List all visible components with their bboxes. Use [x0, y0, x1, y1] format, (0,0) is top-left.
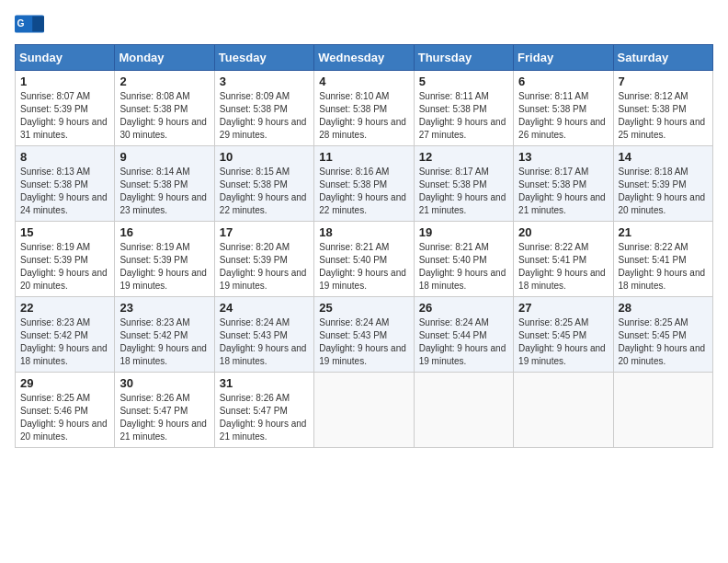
sunrise-label: Sunrise: 8:19 AM [119, 242, 189, 252]
day-info: Sunrise: 8:26 AM Sunset: 5:47 PM Dayligh… [119, 392, 209, 443]
calendar-day-cell: 24 Sunrise: 8:24 AM Sunset: 5:43 PM Dayl… [214, 297, 313, 373]
calendar-day-cell: 30 Sunrise: 8:26 AM Sunset: 5:47 PM Dayl… [115, 373, 214, 448]
sunrise-label: Sunrise: 8:17 AM [419, 167, 489, 177]
sunset-label: Sunset: 5:39 PM [119, 255, 188, 265]
sunrise-label: Sunrise: 8:23 AM [119, 317, 189, 327]
page-header: G [15, 15, 713, 35]
daylight-label: Daylight: 9 hours and 23 minutes. [119, 192, 207, 215]
calendar-day-cell: 2 Sunrise: 8:08 AM Sunset: 5:38 PM Dayli… [115, 71, 214, 146]
calendar-week-row: 15 Sunrise: 8:19 AM Sunset: 5:39 PM Dayl… [16, 222, 713, 297]
sunset-label: Sunset: 5:40 PM [319, 255, 387, 265]
calendar-day-cell: 27 Sunrise: 8:25 AM Sunset: 5:45 PM Dayl… [514, 297, 613, 373]
day-info: Sunrise: 8:25 AM Sunset: 5:45 PM Dayligh… [518, 316, 608, 368]
weekday-header-wednesday: Wednesday [314, 45, 414, 71]
sunrise-label: Sunrise: 8:24 AM [419, 317, 489, 327]
sunset-label: Sunset: 5:38 PM [419, 104, 487, 114]
sunrise-label: Sunrise: 8:22 AM [619, 242, 688, 252]
sunset-label: Sunset: 5:43 PM [319, 330, 387, 340]
sunset-label: Sunset: 5:39 PM [20, 255, 88, 265]
sunset-label: Sunset: 5:39 PM [619, 179, 687, 190]
day-info: Sunrise: 8:11 AM Sunset: 5:38 PM Dayligh… [518, 90, 608, 142]
calendar-header-row: SundayMondayTuesdayWednesdayThursdayFrid… [16, 45, 713, 71]
daylight-label: Daylight: 9 hours and 18 minutes. [619, 268, 706, 291]
day-number: 24 [220, 301, 309, 315]
day-info: Sunrise: 8:21 AM Sunset: 5:40 PM Dayligh… [419, 241, 508, 293]
calendar-day-cell: 21 Sunrise: 8:22 AM Sunset: 5:41 PM Dayl… [613, 222, 712, 297]
daylight-label: Daylight: 9 hours and 18 minutes. [220, 343, 307, 366]
weekday-header-tuesday: Tuesday [214, 45, 313, 71]
sunrise-label: Sunrise: 8:22 AM [518, 242, 588, 252]
day-info: Sunrise: 8:11 AM Sunset: 5:38 PM Dayligh… [419, 90, 508, 142]
sunrise-label: Sunrise: 8:14 AM [119, 167, 189, 177]
calendar-day-cell: 26 Sunrise: 8:24 AM Sunset: 5:44 PM Dayl… [414, 297, 513, 373]
day-number: 1 [20, 75, 109, 88]
sunset-label: Sunset: 5:40 PM [419, 255, 487, 265]
sunset-label: Sunset: 5:42 PM [20, 330, 88, 340]
day-number: 12 [419, 150, 508, 164]
svg-text:G: G [17, 18, 25, 29]
sunrise-label: Sunrise: 8:17 AM [518, 167, 588, 177]
daylight-label: Daylight: 9 hours and 18 minutes. [419, 268, 506, 291]
day-number: 6 [518, 75, 608, 88]
weekday-header-thursday: Thursday [414, 45, 513, 71]
daylight-label: Daylight: 9 hours and 19 minutes. [518, 343, 606, 366]
day-info: Sunrise: 8:19 AM Sunset: 5:39 PM Dayligh… [119, 241, 209, 293]
day-info: Sunrise: 8:25 AM Sunset: 5:46 PM Dayligh… [20, 392, 109, 443]
day-info: Sunrise: 8:17 AM Sunset: 5:38 PM Dayligh… [419, 166, 508, 217]
calendar-day-cell: 5 Sunrise: 8:11 AM Sunset: 5:38 PM Dayli… [414, 71, 513, 146]
weekday-header-friday: Friday [514, 45, 613, 71]
day-info: Sunrise: 8:19 AM Sunset: 5:39 PM Dayligh… [20, 241, 109, 293]
day-number: 19 [419, 225, 508, 239]
day-info: Sunrise: 8:24 AM Sunset: 5:43 PM Dayligh… [319, 316, 408, 368]
sunset-label: Sunset: 5:45 PM [518, 330, 586, 340]
calendar-day-cell: 4 Sunrise: 8:10 AM Sunset: 5:38 PM Dayli… [314, 71, 414, 146]
sunrise-label: Sunrise: 8:16 AM [319, 167, 389, 177]
sunrise-label: Sunrise: 8:11 AM [419, 91, 489, 101]
daylight-label: Daylight: 9 hours and 18 minutes. [20, 343, 108, 366]
calendar-day-cell [314, 373, 414, 448]
sunset-label: Sunset: 5:47 PM [220, 406, 288, 416]
sunrise-label: Sunrise: 8:25 AM [518, 317, 588, 327]
day-info: Sunrise: 8:24 AM Sunset: 5:43 PM Dayligh… [220, 316, 309, 368]
daylight-label: Daylight: 9 hours and 19 minutes. [319, 268, 406, 291]
sunset-label: Sunset: 5:38 PM [419, 179, 487, 190]
calendar-day-cell: 22 Sunrise: 8:23 AM Sunset: 5:42 PM Dayl… [16, 297, 115, 373]
calendar-week-row: 22 Sunrise: 8:23 AM Sunset: 5:42 PM Dayl… [16, 297, 713, 373]
sunset-label: Sunset: 5:38 PM [518, 179, 586, 190]
daylight-label: Daylight: 9 hours and 28 minutes. [319, 117, 406, 140]
calendar-day-cell: 1 Sunrise: 8:07 AM Sunset: 5:39 PM Dayli… [16, 71, 115, 146]
day-info: Sunrise: 8:23 AM Sunset: 5:42 PM Dayligh… [119, 316, 209, 368]
day-info: Sunrise: 8:15 AM Sunset: 5:38 PM Dayligh… [220, 166, 309, 217]
sunset-label: Sunset: 5:45 PM [619, 330, 687, 340]
daylight-label: Daylight: 9 hours and 20 minutes. [619, 343, 706, 366]
daylight-label: Daylight: 9 hours and 21 minutes. [220, 419, 307, 442]
sunrise-label: Sunrise: 8:11 AM [518, 91, 588, 101]
day-number: 11 [319, 150, 408, 164]
day-info: Sunrise: 8:18 AM Sunset: 5:39 PM Dayligh… [619, 166, 708, 217]
day-number: 8 [20, 150, 109, 164]
sunset-label: Sunset: 5:38 PM [518, 104, 586, 114]
sunrise-label: Sunrise: 8:25 AM [619, 317, 688, 327]
sunrise-label: Sunrise: 8:18 AM [619, 167, 688, 177]
daylight-label: Daylight: 9 hours and 24 minutes. [20, 192, 108, 215]
daylight-label: Daylight: 9 hours and 19 minutes. [419, 343, 506, 366]
day-info: Sunrise: 8:20 AM Sunset: 5:39 PM Dayligh… [220, 241, 309, 293]
calendar-day-cell: 16 Sunrise: 8:19 AM Sunset: 5:39 PM Dayl… [115, 222, 214, 297]
sunrise-label: Sunrise: 8:21 AM [419, 242, 489, 252]
day-number: 20 [518, 225, 608, 239]
day-number: 15 [20, 225, 109, 239]
calendar-day-cell [414, 373, 513, 448]
calendar-day-cell: 12 Sunrise: 8:17 AM Sunset: 5:38 PM Dayl… [414, 146, 513, 222]
calendar-day-cell: 19 Sunrise: 8:21 AM Sunset: 5:40 PM Dayl… [414, 222, 513, 297]
sunset-label: Sunset: 5:41 PM [518, 255, 586, 265]
sunrise-label: Sunrise: 8:21 AM [319, 242, 389, 252]
daylight-label: Daylight: 9 hours and 31 minutes. [20, 117, 108, 140]
calendar-day-cell: 10 Sunrise: 8:15 AM Sunset: 5:38 PM Dayl… [214, 146, 313, 222]
sunset-label: Sunset: 5:38 PM [619, 104, 687, 114]
sunset-label: Sunset: 5:44 PM [419, 330, 487, 340]
day-number: 17 [220, 225, 309, 239]
calendar-day-cell: 9 Sunrise: 8:14 AM Sunset: 5:38 PM Dayli… [115, 146, 214, 222]
logo: G [15, 15, 44, 35]
calendar-day-cell: 31 Sunrise: 8:26 AM Sunset: 5:47 PM Dayl… [214, 373, 313, 448]
day-info: Sunrise: 8:17 AM Sunset: 5:38 PM Dayligh… [518, 166, 608, 217]
